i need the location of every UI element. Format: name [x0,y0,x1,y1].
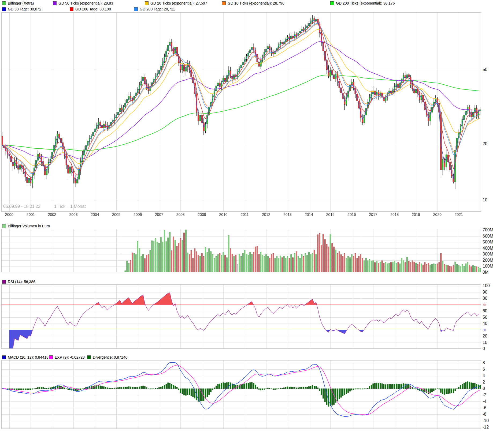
x-axis-year-label: 2019 [412,212,420,217]
axis-tick-label: -12 [483,425,489,430]
legend-label: MACD (26, 12): 0,84418 [8,355,49,359]
x-axis-year-label: 2000 [5,212,13,217]
axis-tick-label: 20 [483,141,487,146]
x-axis-year-label: 2013 [283,212,292,217]
x-axis-year-label: 2020 [433,212,442,217]
x-axis-year-label: 2012 [262,212,270,217]
legend-swatch-icon [2,7,6,11]
legend-item: GD 38 Tage: 30,072 [2,7,41,11]
axis-tick-label: 10 [483,340,487,345]
axis-tick-label: -10 [483,418,489,423]
axis-tick-label: 80 [483,296,487,301]
x-axis-year-label: 2007 [155,212,163,217]
legend-item: GD 200 Ticks (exponential): 38,176 [330,1,395,5]
axis-tick-label: -2 [483,393,486,397]
x-axis-year-label: 2011 [241,212,249,217]
x-axis-year-label: 2006 [134,212,142,217]
legend-item: GD 100 Tage: 30,198 [70,7,111,11]
macd-legend-row: MACD (26, 12): 0,84418EXP (9): -0,02728D… [0,355,504,360]
axis-tick-label: -8 [483,412,486,417]
axis-tick-label: 70 [483,303,486,306]
legend-item: MACD (26, 12): 0,84418 [2,355,49,359]
legend-label: GD 200 Tage: 28,711 [140,7,175,11]
legend-row-1: Bilfinger (Xetra)GD 50 Ticks (exponentia… [0,1,504,6]
legend-item: GD 50 Ticks (exponential): 29,83 [53,1,113,5]
legend-label: EXP (9): -0,02728 [55,355,85,359]
legend-item: GD 200 Tage: 28,711 [134,7,175,11]
x-axis-year-label: 2003 [69,212,78,217]
volume-legend: Bilfinger Volumen in Euro [2,224,50,228]
legend-swatch-icon [330,1,334,5]
axis-tick-label: 40 [483,321,487,326]
x-axis-year-label: 2017 [369,212,377,217]
legend-swatch-icon [87,355,91,359]
axis-tick-label: 0M [483,270,488,275]
legend-swatch-icon [70,7,73,11]
legend-label: GD 38 Tage: 30,072 [8,7,41,11]
chart-page: Bilfinger (Xetra)GD 50 Ticks (exponentia… [0,0,504,432]
macd-chart-canvas [1,360,481,429]
axis-tick-label: 100 [483,283,490,288]
x-axis-year-label: 2018 [390,212,399,217]
axis-tick-label: 300M [483,252,493,257]
x-axis-year-label: 2002 [48,212,56,217]
legend-label: GD 200 Ticks (exponential): 38,176 [336,1,395,5]
legend-label: GD 50 Ticks (exponential): 29,83 [58,1,113,5]
rsi-swatch-icon [2,280,6,284]
axis-tick-label: -6 [483,405,486,410]
legend-item: Divergence: 0,87146 [87,355,127,359]
x-axis-year-label: 2010 [219,212,227,217]
x-axis-year-label: 2008 [176,212,185,217]
legend-label: Bilfinger (Xetra) [8,1,34,5]
x-axis-year-label: 2004 [91,212,99,217]
axis-tick-label: 600M [483,234,493,239]
axis-tick-label: 4 [483,373,485,378]
axis-tick-label: 8 [483,360,485,365]
axis-tick-label: -4 [483,399,486,404]
x-axis-year-label: 2014 [305,212,313,217]
legend-swatch-icon [49,355,53,359]
axis-tick-label: 60 [483,309,487,313]
legend-item: Bilfinger (Xetra) [2,1,34,5]
legend-row-2: GD 38 Tage: 30,072GD 100 Tage: 30,198GD … [0,7,504,12]
volume-legend-label: Bilfinger Volumen in Euro [8,224,50,228]
legend-label: Divergence: 0,87146 [93,355,127,359]
volume-chart-canvas [1,229,481,272]
x-axis-year-label: 2021 [455,212,463,217]
x-axis-year-label: 2009 [198,212,206,217]
axis-tick-label: 6 [483,367,485,372]
axis-tick-label: 10 [483,198,487,202]
legend-swatch-icon [145,1,149,5]
x-axis-year-label: 2001 [27,212,35,217]
x-axis-year-label: 2005 [112,212,120,217]
rsi-chart-canvas [1,284,481,349]
legend-swatch-icon [134,7,138,11]
legend-swatch-icon [222,1,226,5]
legend-label: GD 100 Tage: 30,198 [75,7,111,11]
axis-tick-label: 2 [483,380,485,385]
axis-tick-label: 500M [483,240,493,245]
legend-swatch-icon [53,1,57,5]
axis-tick-label: 100M [483,264,493,269]
legend-label: GD 10 Ticks (exponential): 28,796 [228,1,284,5]
legend-item: GD 10 Ticks (exponential): 28,796 [222,1,284,5]
rsi-legend-label: RSI (14): 56,386 [8,280,35,284]
axis-tick-label: 700M [483,228,493,232]
x-axis-year-label: 2016 [347,212,356,217]
legend-swatch-icon [2,355,6,359]
price-tick-note: 1 Tick = 1 Monat [54,204,86,209]
axis-tick-label: 50 [483,315,487,320]
axis-tick-label: 200M [483,258,493,263]
legend-item: EXP (9): -0,02728 [49,355,85,359]
axis-tick-label: 50 [483,67,487,72]
rsi-legend: RSI (14): 56,386 [2,280,35,284]
axis-tick-label: 90 [483,290,487,295]
legend-swatch-icon [2,1,6,5]
price-date-range: 06.09.99 - 18.01.22 [3,204,40,209]
x-axis-year-label: 2015 [326,212,335,217]
volume-swatch-icon [2,224,6,228]
axis-tick-label: 30 [483,328,486,332]
axis-tick-label: 20 [483,334,487,339]
axis-tick-label: 0 [483,346,485,351]
legend-label: GD 20 Ticks (exponential): 27,597 [150,1,207,5]
